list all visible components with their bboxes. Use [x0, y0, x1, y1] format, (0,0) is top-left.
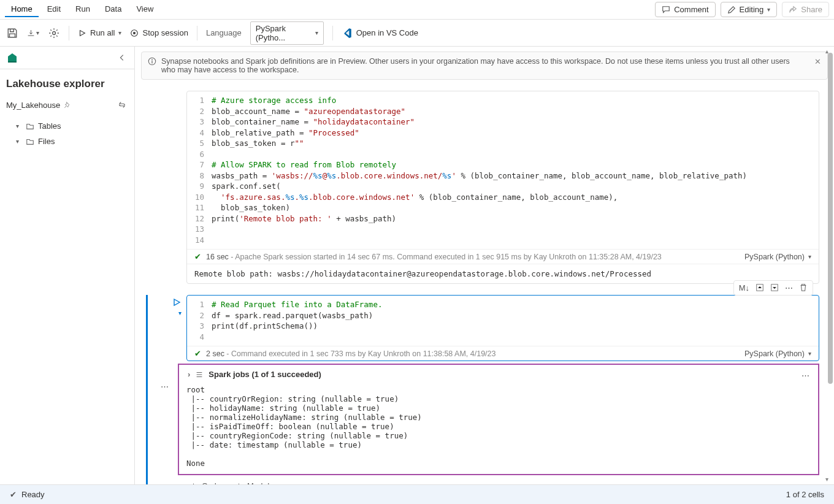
- cell-1: 1234567891011121314 # Azure storage acce…: [150, 91, 819, 284]
- tree-files[interactable]: ▾Files: [0, 134, 134, 149]
- cell-output-1: Remote blob path: wasbs://holidaydatacon…: [187, 264, 819, 283]
- chevron-down-icon[interactable]: ▾: [178, 310, 182, 316]
- share-button: Share: [782, 2, 829, 17]
- notebook-area: Synapse notebooks and Spark job definiti…: [135, 47, 834, 484]
- output-more-icon[interactable]: ⋯: [161, 382, 170, 391]
- scroll-down-icon[interactable]: ▾: [825, 476, 833, 483]
- delete-icon[interactable]: [799, 283, 808, 292]
- svg-point-0: [53, 31, 56, 34]
- cell-status-1: [1] ✔ 16 sec - Apache Spark session star…: [187, 249, 819, 264]
- svg-rect-6: [151, 61, 152, 63]
- svg-rect-3: [8, 61, 17, 63]
- schema-output: root |-- countryOrRegion: string (nullab…: [179, 384, 818, 474]
- chevron-down-icon: ▾: [767, 6, 770, 13]
- run-cell-icon[interactable]: [172, 297, 182, 307]
- comment-button[interactable]: Comment: [655, 2, 715, 17]
- folder-icon: [26, 137, 34, 146]
- close-icon[interactable]: ✕: [814, 57, 821, 66]
- open-vscode-button[interactable]: Open in VS Code: [342, 28, 418, 39]
- cell-toolbar: M↓ ⋯: [733, 280, 813, 296]
- status-ready: Ready: [21, 490, 45, 499]
- move-down-icon[interactable]: [770, 283, 779, 292]
- language-label: Language: [206, 28, 242, 37]
- move-up-icon[interactable]: [756, 283, 764, 292]
- stop-session-label: Stop session: [142, 28, 188, 37]
- info-text: Synapse notebooks and Spark job definiti…: [161, 57, 790, 74]
- download-icon[interactable]: ▾: [27, 27, 39, 39]
- chevron-down-icon: ▾: [808, 350, 811, 357]
- chevron-down-icon: ▾: [315, 29, 318, 36]
- check-icon: ✔: [194, 349, 201, 358]
- add-code-button[interactable]: ＋Code: [189, 480, 221, 484]
- editing-button[interactable]: Editing ▾: [721, 2, 778, 17]
- refresh-icon[interactable]: [116, 99, 128, 111]
- sidebar-collapse-icon[interactable]: [116, 52, 128, 64]
- stop-session-button[interactable]: Stop session: [130, 28, 188, 37]
- lakehouse-logo-icon: [6, 52, 18, 64]
- code-editor-2[interactable]: 1234 # Read Parquet file into a DataFram…: [187, 296, 819, 346]
- menu-run[interactable]: Run: [69, 2, 96, 17]
- folder-icon: [26, 122, 34, 131]
- preview-info-bar: Synapse notebooks and Spark job definiti…: [141, 52, 828, 80]
- share-label: Share: [801, 5, 822, 14]
- run-all-button[interactable]: Run all ▾: [78, 28, 121, 37]
- settings-icon[interactable]: [48, 27, 60, 39]
- open-vscode-label: Open in VS Code: [356, 28, 418, 37]
- cell-status-2: [2] ✔ 2 sec - Command executed in 1 sec …: [187, 346, 819, 361]
- comment-label: Comment: [674, 5, 708, 14]
- more-icon[interactable]: ⋯: [785, 283, 793, 292]
- tree-tables[interactable]: ▾Tables: [0, 118, 134, 134]
- markdown-toggle-icon[interactable]: M↓: [739, 283, 749, 292]
- menu-data[interactable]: Data: [99, 2, 128, 17]
- output-menu-icon[interactable]: ⋯: [801, 371, 811, 380]
- output-highlight: ⋯ ⋯ › Spark jobs (1 of 1 succeeded) root…: [178, 364, 819, 475]
- pin-icon: [64, 101, 71, 109]
- list-icon: [195, 370, 204, 379]
- chevron-down-icon: ▾: [118, 29, 121, 36]
- menubar: HomeEditRunDataView Comment Editing ▾ Sh…: [0, 0, 834, 20]
- cell-lang-1[interactable]: PySpark (Python) ▾: [744, 253, 811, 261]
- svg-point-5: [151, 59, 153, 61]
- language-select[interactable]: PySpark (Pytho... ▾: [250, 21, 324, 45]
- check-icon: ✔: [194, 252, 201, 261]
- language-value: PySpark (Pytho...: [256, 24, 312, 42]
- cell-lang-2[interactable]: PySpark (Python) ▾: [744, 349, 811, 358]
- menu-view[interactable]: View: [130, 2, 159, 17]
- chevron-down-icon: ▾: [808, 253, 811, 260]
- status-bar: ✔ Ready 1 of 2 cells: [0, 484, 834, 504]
- spark-jobs-row[interactable]: › Spark jobs (1 of 1 succeeded): [179, 365, 818, 384]
- editing-label: Editing: [740, 5, 764, 14]
- menu-edit[interactable]: Edit: [41, 2, 67, 17]
- menu-home[interactable]: Home: [5, 2, 39, 17]
- cell-2: M↓ ⋯ ▾ 1234 # Read Parquet file into a D: [150, 295, 819, 484]
- status-cells: 1 of 2 cells: [786, 490, 824, 499]
- sidebar: Lakehouse explorer My_Lakehouse ▾Tables▾…: [0, 47, 135, 484]
- toolbar: ▾ Run all ▾ Stop session Language PySpar…: [0, 20, 834, 47]
- svg-rect-2: [134, 32, 136, 34]
- sidebar-title: Lakehouse explorer: [0, 69, 134, 94]
- check-icon: ✔: [10, 490, 17, 499]
- info-icon: [148, 57, 156, 66]
- code-editor-1[interactable]: 1234567891011121314 # Azure storage acce…: [187, 91, 819, 249]
- run-all-label: Run all: [90, 28, 115, 37]
- scrollbar[interactable]: [828, 53, 833, 384]
- chevron-right-icon: ›: [188, 370, 190, 379]
- lakehouse-name[interactable]: My_Lakehouse: [6, 101, 71, 110]
- save-icon[interactable]: [6, 27, 18, 39]
- add-markdown-button[interactable]: ＋Markdown: [234, 480, 284, 484]
